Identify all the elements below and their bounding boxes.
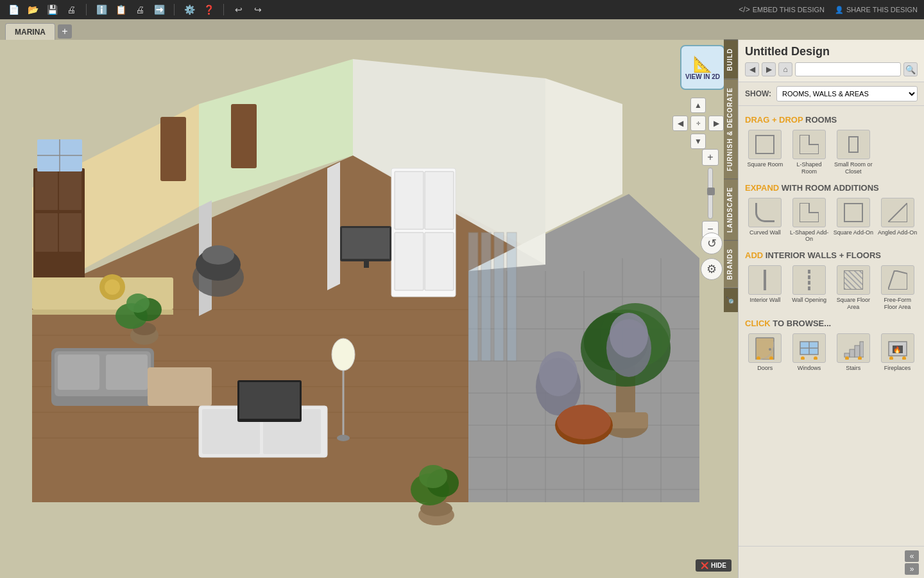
undo-icon[interactable]: ↩ <box>232 3 246 17</box>
room-square-card[interactable]: Square Room <box>745 130 785 175</box>
curved-wall-icon-box <box>748 198 782 227</box>
svg-rect-93 <box>756 338 774 360</box>
save-icon[interactable]: 💾 <box>45 3 59 17</box>
right-panel: Untitled Design ◀ ▶ ⌂ 🔍 SHOW: ROOMS, WAL… <box>738 40 924 578</box>
svg-point-100 <box>801 356 805 360</box>
scene-settings-button[interactable]: ⚙ <box>701 258 723 280</box>
zoom-track[interactable] <box>708 168 713 219</box>
svg-rect-28 <box>35 171 58 210</box>
panel-search-btn[interactable]: 🔍 <box>903 62 918 76</box>
svg-point-85 <box>337 435 350 441</box>
nav-down-btn[interactable]: ▼ <box>690 134 706 149</box>
square-addon-label: Square Add-On <box>834 229 873 236</box>
curved-wall-label: Curved Wall <box>749 229 781 236</box>
open-icon[interactable]: 📂 <box>26 3 40 17</box>
svg-rect-38 <box>395 171 424 229</box>
tab-search[interactable]: 🔍 <box>724 288 738 312</box>
main-area: 📐 VIEW IN 2D ▲ ◀ ✛ ▶ ▼ + − ↺ <box>0 40 924 578</box>
view-2d-button[interactable]: 📐 VIEW IN 2D <box>680 45 725 90</box>
svg-point-111 <box>889 356 893 360</box>
info-icon[interactable]: ℹ️ <box>94 3 108 17</box>
add-tab-button[interactable]: + <box>58 24 72 39</box>
nav-left-btn[interactable]: ◀ <box>672 116 688 131</box>
svg-rect-105 <box>860 342 864 357</box>
nav-up-btn[interactable]: ▲ <box>690 98 706 113</box>
svg-rect-82 <box>507 232 517 361</box>
windows-icon-box <box>792 333 826 363</box>
tab-build[interactable]: BUILD <box>724 40 738 79</box>
svg-point-101 <box>814 356 817 360</box>
nav-center-btn[interactable]: ✛ <box>690 116 706 131</box>
redo-icon[interactable]: ↪ <box>251 3 265 17</box>
browse-grid: Doors Windows <box>745 333 918 372</box>
svg-rect-81 <box>494 232 504 361</box>
freeform-floor-shape <box>888 270 907 290</box>
print-icon[interactable]: 🖨 <box>133 3 147 17</box>
windows-label: Windows <box>798 365 821 372</box>
tab-furnish[interactable]: FURNISH & DECORATE <box>724 79 738 179</box>
share-btn[interactable]: 👤 SHARE THIS DESIGN <box>835 6 918 14</box>
help-icon[interactable]: ❓ <box>201 3 216 17</box>
export-icon[interactable]: ➡️ <box>152 3 166 17</box>
svg-point-66 <box>126 293 150 313</box>
zoom-in-btn[interactable]: + <box>702 149 719 166</box>
save-as-icon[interactable]: 🖨 <box>64 3 78 17</box>
properties-icon[interactable]: 📋 <box>114 3 128 17</box>
room-l-shaped-icon-box <box>792 130 826 159</box>
panel-forward-btn[interactable]: ▶ <box>762 62 776 76</box>
panel-search-input[interactable] <box>795 62 901 76</box>
tab-landscape[interactable]: LANDSCAPE <box>724 179 738 240</box>
toolbar-right: </> EMBED THIS DESIGN 👤 SHARE THIS DESIG… <box>739 5 918 14</box>
svg-point-112 <box>902 356 906 360</box>
l-addon-card[interactable]: L-Shaped Add-On <box>789 198 830 243</box>
freeform-floor-card[interactable]: Free-Form Floor Area <box>877 265 918 311</box>
panel-content: DRAG + DROP ROOMS Square Room L- <box>739 106 924 546</box>
svg-rect-41 <box>425 232 454 290</box>
interior-wall-shape <box>764 270 766 290</box>
room-scene-svg <box>0 40 738 578</box>
square-addon-card[interactable]: Square Add-On <box>834 198 874 243</box>
side-tabs: BUILD FURNISH & DECORATE LANDSCAPE BRAND… <box>724 40 738 578</box>
section-drag-drop-normal: ROOMS <box>805 115 837 125</box>
curved-wall-shape <box>755 203 774 222</box>
windows-card[interactable]: Windows <box>789 333 830 372</box>
settings-toolbar-icon[interactable]: ⚙️ <box>182 3 196 17</box>
canvas[interactable]: 📐 VIEW IN 2D ▲ ◀ ✛ ▶ ▼ + − ↺ <box>0 40 738 578</box>
curved-wall-card[interactable]: Curved Wall <box>745 198 785 243</box>
panel-back-btn[interactable]: ◀ <box>745 62 759 76</box>
svg-rect-44 <box>364 261 369 268</box>
toolbar: 📄 📂 💾 🖨 ℹ️ 📋 🖨 ➡️ ⚙️ ❓ ↩ ↪ </> EMBED THI… <box>0 0 924 19</box>
floor-area-label: Square Floor Area <box>834 297 874 311</box>
room-l-shaped-card[interactable]: L-Shaped Room <box>789 130 830 175</box>
section-drag-drop-highlight: DRAG + DROP <box>745 115 803 125</box>
rotate-button[interactable]: ↺ <box>701 232 723 254</box>
square-room-shape <box>755 135 774 154</box>
show-dropdown[interactable]: ROOMS, WALLS & AREAS <box>776 86 918 101</box>
fireplaces-card[interactable]: 🔥 Fireplaces <box>877 333 918 372</box>
svg-rect-55 <box>106 355 148 390</box>
svg-rect-104 <box>855 346 860 357</box>
new-file-icon[interactable]: 📄 <box>6 3 21 17</box>
svg-rect-39 <box>425 171 454 229</box>
doors-card[interactable]: Doors <box>745 333 785 372</box>
angled-addon-card[interactable]: Angled Add-On <box>877 198 918 243</box>
embed-btn[interactable]: </> EMBED THIS DESIGN <box>739 5 825 14</box>
tabbar: MARINA + <box>0 19 924 40</box>
room-small-card[interactable]: Small Room or Closet <box>834 130 874 175</box>
collapse-panel-btn[interactable]: « <box>905 550 919 562</box>
additions-grid: Curved Wall L-Shaped Add-On Square Add-O… <box>745 198 918 243</box>
panel-home-btn[interactable]: ⌂ <box>778 62 792 76</box>
wall-opening-shape <box>808 270 810 290</box>
nav-right-btn[interactable]: ▶ <box>708 116 724 131</box>
tab-label: MARINA <box>15 28 46 37</box>
svg-rect-31 <box>59 213 81 252</box>
room-l-shaped-label: L-Shaped Room <box>789 161 830 175</box>
expand-panel-btn[interactable]: » <box>905 563 919 575</box>
tab-brands[interactable]: BRANDS <box>724 240 738 288</box>
floor-area-card[interactable]: Square Floor Area <box>834 265 874 311</box>
wall-opening-card[interactable]: Wall Opening <box>789 265 830 311</box>
interior-wall-card[interactable]: Interior Wall <box>745 265 785 311</box>
separator-2 <box>174 4 175 15</box>
main-tab[interactable]: MARINA <box>5 23 55 40</box>
stairs-card[interactable]: Stairs <box>834 333 874 372</box>
